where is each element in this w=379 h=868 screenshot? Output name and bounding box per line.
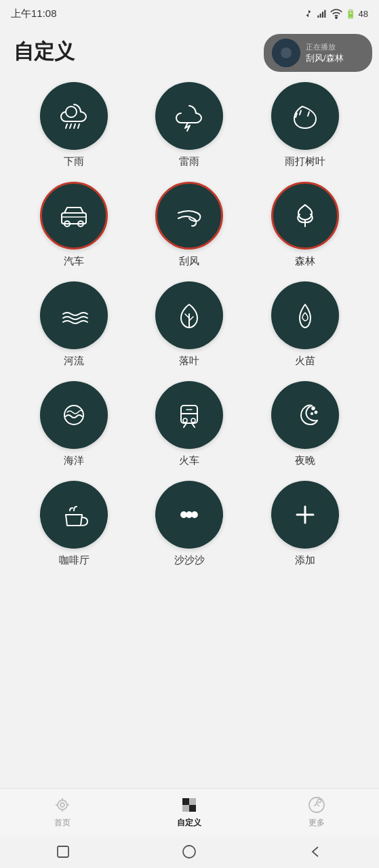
add-label: 添加: [295, 554, 315, 567]
svg-point-32: [181, 512, 186, 517]
status-time: 上午11:08: [11, 7, 57, 20]
status-icons: 🔋 48: [303, 8, 368, 19]
now-playing-label: 正在播放: [306, 42, 344, 52]
car-button[interactable]: [40, 182, 108, 250]
grid-item-thunder[interactable]: 雷雨: [132, 82, 247, 168]
train-button[interactable]: [155, 381, 223, 449]
svg-point-31: [311, 413, 313, 414]
now-playing-song: 刮风/森林: [306, 52, 344, 64]
svg-rect-46: [189, 805, 196, 812]
android-back-triangle[interactable]: [305, 841, 327, 863]
nav-more-label: 更多: [308, 817, 325, 829]
svg-point-38: [60, 803, 64, 807]
android-nav: [0, 835, 379, 868]
rain-leaf-button[interactable]: [271, 82, 339, 150]
cafe-button[interactable]: [40, 481, 108, 549]
android-home-circle[interactable]: [178, 841, 200, 863]
rain-leaf-label: 雨打树叶: [285, 155, 325, 168]
svg-point-25: [191, 418, 195, 422]
add-button[interactable]: [271, 481, 339, 549]
river-label: 河流: [64, 355, 84, 368]
svg-point-33: [186, 512, 192, 517]
svg-point-4: [335, 17, 336, 18]
grid-item-fire[interactable]: 火苗: [247, 281, 363, 368]
bluetooth-icon: [303, 8, 314, 19]
svg-line-7: [70, 124, 71, 128]
now-playing-badge[interactable]: 正在播放 刮风/森林: [264, 34, 372, 72]
grid-item-forest[interactable]: 森林: [247, 182, 363, 268]
svg-rect-2: [322, 12, 323, 18]
grid-item-train[interactable]: 火车: [132, 381, 247, 467]
river-button[interactable]: [40, 281, 108, 349]
grid-item-rain[interactable]: 下雨: [16, 82, 132, 168]
train-label: 火车: [179, 454, 199, 467]
grid-item-add[interactable]: 添加: [247, 481, 363, 567]
status-bar: 上午11:08 🔋 48: [0, 0, 379, 27]
svg-point-30: [315, 412, 317, 414]
night-button[interactable]: [271, 381, 339, 449]
ocean-button[interactable]: [40, 381, 108, 449]
nav-custom-label: 自定义: [177, 817, 201, 829]
grid-item-leaf[interactable]: 落叶: [132, 281, 247, 368]
fire-button[interactable]: [271, 281, 339, 349]
more-nav-icon: [307, 795, 326, 814]
grid-item-car[interactable]: 汽车: [16, 182, 132, 268]
svg-rect-43: [182, 798, 189, 805]
wind-button[interactable]: [155, 182, 223, 250]
svg-line-9: [78, 124, 79, 128]
shasha-icon: [173, 498, 205, 531]
train-icon: [173, 399, 205, 431]
car-label: 汽车: [64, 255, 84, 268]
sound-grid: 下雨 雷雨 雨打树叶: [0, 71, 379, 575]
shasha-button[interactable]: [155, 481, 223, 549]
grid-item-river[interactable]: 河流: [16, 281, 132, 368]
ocean-icon: [58, 399, 90, 431]
svg-line-8: [74, 124, 75, 128]
wifi-icon: [330, 8, 342, 19]
grid-item-shasha[interactable]: 沙沙沙: [132, 481, 247, 567]
forest-button[interactable]: [271, 182, 339, 250]
svg-point-34: [192, 512, 197, 517]
grid-item-ocean[interactable]: 海洋: [16, 381, 132, 467]
wind-label: 刮风: [179, 255, 199, 268]
fire-label: 火苗: [295, 355, 315, 368]
grid-item-wind[interactable]: 刮风: [132, 182, 247, 268]
rain-leaf-icon: [289, 100, 321, 132]
grid-item-night[interactable]: 夜晚: [247, 381, 363, 467]
android-back-square[interactable]: [52, 841, 74, 863]
svg-point-37: [58, 800, 67, 810]
grid-item-rain-leaf[interactable]: 雨打树叶: [247, 82, 363, 168]
forest-label: 森林: [295, 255, 315, 268]
svg-rect-1: [319, 14, 321, 18]
svg-point-49: [318, 800, 321, 803]
nav-custom[interactable]: 自定义: [177, 795, 201, 829]
svg-point-29: [312, 407, 315, 410]
rain-button[interactable]: [40, 82, 108, 150]
leaf-button[interactable]: [155, 281, 223, 349]
cafe-label: 咖啡厅: [59, 554, 89, 567]
grid-item-cafe[interactable]: 咖啡厅: [16, 481, 132, 567]
shasha-label: 沙沙沙: [174, 554, 205, 567]
nav-home[interactable]: 首页: [53, 795, 72, 829]
signal-icon: [317, 8, 327, 19]
svg-line-6: [66, 124, 67, 128]
nav-home-label: 首页: [54, 817, 71, 829]
thunder-button[interactable]: [155, 82, 223, 150]
leaf-icon: [173, 299, 205, 332]
night-icon: [289, 399, 321, 431]
ocean-label: 海洋: [64, 454, 84, 467]
svg-point-24: [183, 418, 187, 422]
nav-more[interactable]: 更多: [307, 795, 326, 829]
leaf-label: 落叶: [179, 355, 199, 368]
battery-icon: 🔋: [345, 9, 356, 19]
forest-icon: [289, 199, 321, 232]
svg-rect-0: [317, 16, 319, 18]
svg-line-11: [300, 111, 301, 115]
home-nav-icon: [53, 795, 72, 814]
svg-point-51: [183, 846, 195, 858]
rain-label: 下雨: [64, 155, 84, 168]
night-label: 夜晚: [295, 454, 315, 467]
custom-nav-icon: [180, 795, 199, 814]
river-icon: [58, 299, 90, 332]
bottom-nav: 首页 自定义 更多: [0, 788, 379, 835]
